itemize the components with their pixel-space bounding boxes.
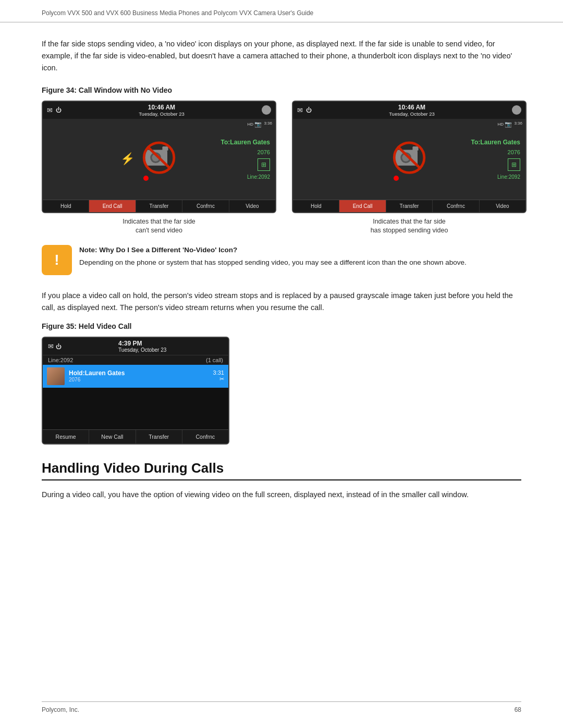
note-box: ! Note: Why Do I See a Different 'No-Vid…	[42, 245, 521, 275]
softkey-new-call[interactable]: New Call	[89, 430, 136, 443]
phone-left-icons: ✉ ⏻	[47, 106, 62, 114]
note-icon-box: !	[42, 245, 72, 275]
transfer-icon-left: ⊞	[258, 158, 270, 171]
no-video-container-right	[378, 128, 440, 190]
phone-left-date: Tuesday, October 23	[139, 111, 185, 117]
line-left: Line:2092	[247, 174, 270, 180]
phone-left-side-info: To:Lauren Gates 2076 ⊞ Line:2092	[221, 119, 270, 200]
callee-right: To:Lauren Gates	[471, 139, 520, 146]
phone-held-timer: 3:31 ✂	[213, 369, 224, 382]
note-text-area: Note: Why Do I See a Different 'No-Video…	[79, 245, 521, 268]
thunderbolt-icon: ⚡	[120, 152, 134, 166]
section-heading: Handling Video During Calls	[42, 460, 521, 480]
avatar-icon-right	[512, 105, 521, 115]
section-body: During a video call, you have the option…	[42, 489, 521, 501]
phone-held-callee: Hold:Lauren Gates	[69, 369, 209, 377]
footer-company: Polycom, Inc.	[42, 706, 79, 713]
figure34-left-item: ✉ ⏻ 10:46 AM Tuesday, October 23 HD 📷	[42, 101, 276, 236]
page-footer: Polycom, Inc. 68	[42, 701, 521, 713]
softkey-endcall-left[interactable]: End Call	[89, 200, 136, 212]
figure34-right-item: ✉ ⏻ 10:46 AM Tuesday, October 23 HD 📷	[292, 101, 527, 236]
power-icon-right: ⏻	[306, 107, 312, 113]
softkey-endcall-right[interactable]: End Call	[339, 200, 386, 212]
svg-rect-9	[412, 146, 418, 151]
phone-held-softkeys: Resume New Call Transfer Confrnc	[43, 429, 228, 443]
note-exclamation-icon: !	[54, 252, 59, 268]
note-body: Depending on the phone or system that ha…	[79, 257, 521, 268]
avatar-image	[47, 367, 65, 385]
phone-right: ✉ ⏻ 10:46 AM Tuesday, October 23 HD 📷	[292, 101, 527, 213]
softkey-confrnc-right[interactable]: Confrnc	[433, 200, 479, 212]
footer-page: 68	[515, 706, 521, 713]
no-video-icon-right	[388, 138, 430, 180]
power-icon: ⏻	[56, 107, 62, 113]
phone-held-time-center: 4:39 PM Tuesday, October 23	[118, 340, 166, 353]
phone-left-softkeys: Hold End Call Transfer Confrnc Video	[43, 200, 275, 212]
phone-left-clock: 10:46 AM	[139, 104, 185, 111]
timer-value: 3:31	[213, 369, 224, 376]
mail-icon-right: ✉	[297, 106, 303, 114]
page-header: Polycom VVX 500 and VVX 600 Business Med…	[0, 0, 563, 22]
figure35-label: Figure 35: Held Video Call	[42, 322, 521, 330]
caption-left: Indicates that the far sidecan't send vi…	[123, 217, 195, 236]
ext-right: 2076	[508, 149, 520, 155]
phone-held-call-count: (1 call)	[206, 357, 223, 363]
phone-held-call-info: Hold:Lauren Gates 2076	[69, 369, 209, 382]
softkey-video-right[interactable]: Video	[480, 200, 525, 212]
phone-left-time: 10:46 AM Tuesday, October 23	[139, 104, 185, 117]
phone-left: ✉ ⏻ 10:46 AM Tuesday, October 23 HD 📷	[42, 101, 276, 213]
phone-right-clock: 10:46 AM	[389, 104, 435, 111]
phone-left-topbar: ✉ ⏻ 10:46 AM Tuesday, October 23	[43, 102, 275, 119]
phone-held-empty	[43, 388, 228, 429]
intro-paragraph: If the far side stops sending video, a '…	[42, 38, 521, 75]
figure34-label: Figure 34: Call Window with No Video	[42, 86, 521, 94]
phone-held-line-row: Line:2092 (1 call)	[43, 355, 228, 365]
line-right: Line:2092	[497, 174, 520, 180]
phone-right-topbar: ✉ ⏻ 10:46 AM Tuesday, October 23	[293, 102, 525, 119]
caption-right: Indicates that the far sidehas stopped s…	[371, 217, 448, 236]
phone-held-call-row: Hold:Lauren Gates 2076 3:31 ✂	[43, 365, 228, 388]
hold-paragraph: If you place a video call on hold, the p…	[42, 290, 521, 314]
softkey-confrnc-held[interactable]: Confrnc	[182, 430, 228, 443]
phone-held: ✉ ⏻ 4:39 PM Tuesday, October 23 Line:209…	[42, 337, 229, 445]
phone-held-avatar	[47, 367, 65, 385]
no-video-icon-left	[138, 138, 180, 180]
paused-icon: ✂	[213, 376, 224, 382]
svg-rect-3	[162, 146, 168, 151]
softkey-resume[interactable]: Resume	[43, 430, 89, 443]
phone-held-topbar: ✉ ⏻ 4:39 PM Tuesday, October 23	[43, 338, 228, 355]
red-dot-right	[394, 176, 399, 181]
softkey-video-left[interactable]: Video	[229, 200, 275, 212]
power-icon-held: ⏻	[56, 343, 62, 350]
phone-held-line: Line:2092	[48, 357, 73, 363]
softkey-transfer-right[interactable]: Transfer	[386, 200, 433, 212]
softkey-transfer-left[interactable]: Transfer	[136, 200, 182, 212]
callee-left: To:Lauren Gates	[221, 139, 270, 146]
phone-held-number: 2076	[69, 377, 209, 382]
softkey-transfer-held[interactable]: Transfer	[136, 430, 182, 443]
note-title: Note: Why Do I See a Different 'No-Video…	[79, 245, 521, 255]
phone-right-video: HD 📷 3:36	[293, 119, 525, 200]
phone-right-time: 10:46 AM Tuesday, October 23	[389, 104, 435, 117]
phone-held-date: Tuesday, October 23	[118, 347, 166, 353]
phone-left-video: HD 📷 3:36 ⚡	[43, 119, 275, 200]
softkey-confrnc-left[interactable]: Confrnc	[182, 200, 229, 212]
transfer-icon-right: ⊞	[508, 158, 520, 171]
mail-icon: ✉	[47, 106, 53, 114]
figure35-row: ✉ ⏻ 4:39 PM Tuesday, October 23 Line:209…	[42, 337, 521, 445]
figure34-row: ✉ ⏻ 10:46 AM Tuesday, October 23 HD 📷	[42, 101, 521, 236]
phone-right-softkeys: Hold End Call Transfer Confrnc Video	[293, 200, 525, 212]
no-video-container-left: ⚡	[128, 128, 190, 190]
ext-left: 2076	[258, 149, 270, 155]
avatar-icon-left	[262, 105, 271, 115]
phone-right-icons: ✉ ⏻	[297, 106, 312, 114]
page-content: If the far side stops sending video, a '…	[0, 22, 563, 540]
softkey-hold-right[interactable]: Hold	[293, 200, 339, 212]
mail-icon-held: ✉	[48, 342, 54, 350]
red-dot-left	[143, 176, 149, 181]
phone-right-side-info: To:Lauren Gates 2076 ⊞ Line:2092	[471, 119, 520, 200]
phone-held-icons: ✉ ⏻	[48, 341, 62, 351]
phone-right-date: Tuesday, October 23	[389, 111, 435, 117]
softkey-hold-left[interactable]: Hold	[43, 200, 89, 212]
header-text: Polycom VVX 500 and VVX 600 Business Med…	[42, 9, 313, 17]
